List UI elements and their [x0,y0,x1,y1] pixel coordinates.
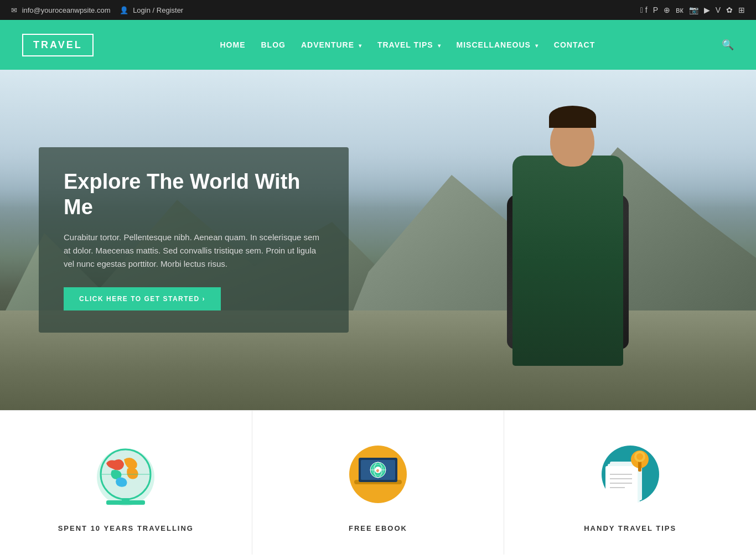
email-info: ✉ info@youroceanwpsite.com [11,6,111,14]
vimeo-icon[interactable]: V [716,6,721,14]
chevron-down-icon: ▾ [535,43,538,49]
hero-content-box: Explore The World With Me Curabitur tort… [39,147,349,333]
hero-person [463,100,673,366]
hero-description: Curabitur tortor. Pellentesque nibh. Aen… [64,231,324,271]
nav-link-contact[interactable]: CONTACT [554,40,595,49]
nav-links: HOME BLOG ADVENTURE ▾ TRAVEL TIPS ▾ MISC… [220,40,595,50]
svg-rect-21 [605,466,638,505]
login-register[interactable]: 👤 Login / Register [120,6,184,14]
hero-section: Explore The World With Me Curabitur tort… [0,70,756,410]
feature-ebook: e FREE EBOOK [252,411,505,555]
features-section: SPENT 10 YEARS TRAVELLING [0,410,756,555]
site-logo[interactable]: TRAVEL [22,34,94,56]
person-hair [549,106,596,128]
facebook-icon[interactable]:  f [640,6,648,14]
nav-item-blog[interactable]: BLOG [261,40,285,50]
svg-point-29 [636,453,643,460]
nav-item-contact[interactable]: CONTACT [554,40,595,50]
feature-tips: HANDY TRAVEL TIPS [504,411,756,555]
email-icon: ✉ [11,6,17,14]
top-bar-left: ✉ info@youroceanwpsite.com 👤 Login / Reg… [11,6,183,14]
nav-item-home[interactable]: HOME [220,40,245,50]
rss-icon[interactable]: ⊞ [738,6,745,14]
youtube-icon[interactable]: ▶ [704,6,710,14]
nav-item-miscellaneous[interactable]: MISCELLANEOUS ▾ [457,40,538,50]
nav-link-blog[interactable]: BLOG [261,40,285,49]
hero-title: Explore The World With Me [64,169,324,220]
user-icon: 👤 [120,6,128,14]
main-nav: TRAVEL HOME BLOG ADVENTURE ▾ TRAVEL TIPS… [0,20,756,70]
nav-item-adventure[interactable]: ADVENTURE ▾ [301,40,362,50]
feature-travelling-label: SPENT 10 YEARS TRAVELLING [58,524,194,532]
svg-rect-6 [122,498,130,503]
person-body [512,156,623,366]
tips-icon [594,438,666,510]
nav-link-travel-tips[interactable]: TRAVEL TIPS ▾ [377,40,441,49]
ebook-icon: e [342,438,414,510]
nav-link-adventure[interactable]: ADVENTURE ▾ [301,40,362,49]
top-bar: ✉ info@youroceanwpsite.com 👤 Login / Reg… [0,0,756,20]
vk-icon[interactable]: вк [676,6,683,14]
svg-text:e: e [376,468,379,473]
travelling-icon [90,438,162,510]
feature-tips-label: HANDY TRAVEL TIPS [584,524,676,532]
search-icon[interactable]: 🔍 [722,39,734,51]
feature-travelling: SPENT 10 YEARS TRAVELLING [0,411,252,555]
pinterest-icon[interactable]: P [653,6,658,14]
nav-link-home[interactable]: HOME [220,40,245,49]
feature-ebook-label: FREE EBOOK [349,524,407,532]
social-icons-bar:  f P ⊕ вк 📷 ▶ V ✿ ⊞ [640,6,745,14]
chevron-down-icon: ▾ [438,43,441,49]
nav-item-travel-tips[interactable]: TRAVEL TIPS ▾ [377,40,441,50]
instagram-icon[interactable]: 📷 [689,6,698,14]
dribbble-icon[interactable]: ⊕ [664,6,670,14]
cta-button[interactable]: CLICK HERE TO GET STARTED › [64,287,221,310]
chevron-down-icon: ▾ [359,43,362,49]
vine-icon[interactable]: ✿ [726,6,733,14]
nav-link-miscellaneous[interactable]: MISCELLANEOUS ▾ [457,40,538,49]
